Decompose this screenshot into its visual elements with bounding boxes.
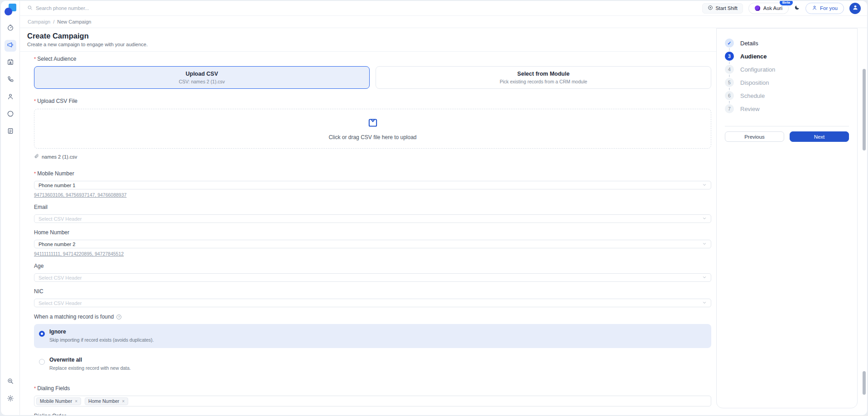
dropzone-text: Click or drag CSV file here to upload xyxy=(328,134,416,140)
breadcrumb-new-campaign: New Campaign xyxy=(57,19,91,24)
paperclip-icon xyxy=(34,154,39,160)
step-number: 5 xyxy=(725,78,734,87)
main-area: Search phone number... Start Shift Ask A… xyxy=(20,1,867,415)
document-list-icon xyxy=(7,127,14,136)
play-circle-icon xyxy=(708,5,713,11)
select-audience-label: * Select Audience xyxy=(34,56,711,62)
inbox-icon xyxy=(367,117,379,131)
contact-card-icon xyxy=(7,58,14,68)
dialing-order-label: Dialing Order xyxy=(34,413,711,415)
matching-option-overwrite[interactable]: Overwrite all Replace existing record wi… xyxy=(34,352,711,376)
sidebar-item-status[interactable] xyxy=(5,109,16,121)
upload-csv-file-label: * Upload CSV File xyxy=(34,98,711,104)
chevron-down-icon xyxy=(702,216,707,222)
sidebar-item-campaigns[interactable] xyxy=(5,40,16,52)
scrollbar-thumb[interactable] xyxy=(863,371,866,395)
scrollbar-thumb[interactable] xyxy=(863,69,866,150)
sidebar-item-lookup[interactable] xyxy=(5,376,16,388)
steps-divider xyxy=(725,126,849,126)
steps-card: ✓ Details 3 Audience 4 Configuration xyxy=(716,28,858,408)
for-you-button[interactable]: For you xyxy=(805,3,844,14)
sidebar-item-settings[interactable] xyxy=(5,393,16,405)
user-avatar[interactable] xyxy=(849,3,861,14)
chevron-down-icon xyxy=(702,300,707,306)
search-icon xyxy=(27,5,33,11)
step-details[interactable]: ✓ Details xyxy=(725,39,849,48)
gear-icon xyxy=(7,395,14,404)
search-input[interactable]: Search phone number... xyxy=(27,5,89,11)
topbar: Search phone number... Start Shift Ask A… xyxy=(20,1,867,16)
home-number-select[interactable]: Phone number 2 xyxy=(34,240,711,248)
sidebar-item-dashboard[interactable] xyxy=(5,23,16,34)
step-configuration[interactable]: 4 Configuration xyxy=(725,65,849,74)
home-number-label: Home Number xyxy=(34,229,711,236)
avatar-person-icon xyxy=(852,4,858,12)
step-connector xyxy=(729,62,849,64)
campaign-form: * Select Audience Upload CSV CSV: names … xyxy=(20,52,716,415)
step-disposition[interactable]: 5 Disposition xyxy=(725,78,849,87)
step-connector xyxy=(729,88,849,90)
start-shift-button[interactable]: Start Shift xyxy=(702,3,743,14)
dialing-fields-label: * Dialing Fields xyxy=(34,385,711,392)
age-label: Age xyxy=(34,263,711,269)
help-icon[interactable]: ? xyxy=(116,314,121,319)
breadcrumb-separator: / xyxy=(53,19,54,24)
nic-select[interactable]: Select CSV Header xyxy=(34,299,711,307)
home-sample-values[interactable]: 94111111111, 94714220895, 94727845512 xyxy=(34,251,711,256)
nic-label: NIC xyxy=(34,288,711,295)
steps-panel: ✓ Details 3 Audience 4 Configuration xyxy=(716,28,867,415)
age-select[interactable]: Select CSV Header xyxy=(34,273,711,282)
chip-mobile-number: Mobile Number × xyxy=(36,397,81,405)
csv-dropzone[interactable]: Click or drag CSV file here to upload xyxy=(34,109,711,149)
ask-auri-button[interactable]: Ask Auri Beta xyxy=(748,3,789,14)
phone-icon xyxy=(7,76,14,85)
step-schedule[interactable]: 6 Schedule xyxy=(725,91,849,100)
app-logo[interactable] xyxy=(5,4,16,15)
circle-icon xyxy=(7,110,14,119)
logo-dot xyxy=(5,8,12,15)
chevron-down-icon xyxy=(702,183,707,188)
email-select[interactable]: Select CSV Header xyxy=(34,214,711,223)
mobile-sample-values[interactable]: 94713603106, 94756937147, 94766088937 xyxy=(34,192,711,198)
sidebar-item-calls[interactable] xyxy=(5,74,16,86)
mobile-number-label: * Mobile Number xyxy=(34,170,711,177)
chip-home-number: Home Number × xyxy=(85,397,128,405)
step-review[interactable]: 7 Review xyxy=(725,104,849,113)
attached-file-name: names 2 (1).csv xyxy=(42,154,77,160)
chip-remove-icon[interactable]: × xyxy=(75,399,77,404)
dialing-fields-select[interactable]: Mobile Number × Home Number × xyxy=(34,396,711,406)
step-audience[interactable]: 3 Audience xyxy=(725,52,849,61)
step-connector xyxy=(729,75,849,77)
person-outline-icon xyxy=(812,5,817,11)
megaphone-icon xyxy=(7,41,14,50)
page-title: Create Campaign xyxy=(27,32,709,40)
step-number: 6 xyxy=(725,91,734,100)
page-subtitle: Create a new campaign to engage with you… xyxy=(27,42,709,47)
email-label: Email xyxy=(34,204,711,210)
sidebar-item-reports[interactable] xyxy=(5,126,16,138)
chevron-down-icon xyxy=(702,275,707,281)
magnifier-icon xyxy=(7,377,14,387)
attached-file[interactable]: names 2 (1).csv xyxy=(34,154,711,160)
chip-remove-icon[interactable]: × xyxy=(122,399,125,404)
dark-mode-toggle[interactable] xyxy=(794,4,800,12)
next-button[interactable]: Next xyxy=(790,131,849,142)
auri-blob-icon xyxy=(755,5,760,11)
upload-csv-option[interactable]: Upload CSV CSV: names 2 (1).csv xyxy=(34,66,370,89)
breadcrumb-campaign[interactable]: Campaign xyxy=(28,19,50,24)
matching-option-ignore[interactable]: Ignore Skip importing if record exists (… xyxy=(34,324,711,348)
check-icon: ✓ xyxy=(725,39,734,48)
search-placeholder: Search phone number... xyxy=(36,5,89,11)
select-from-module-option[interactable]: Select from Module Pick existing records… xyxy=(376,66,711,89)
breadcrumb: Campaign / New Campaign xyxy=(20,16,867,28)
page-header: Create Campaign Create a new campaign to… xyxy=(20,28,716,52)
step-connector xyxy=(729,48,849,51)
step-connector xyxy=(729,101,849,103)
sidebar-item-contacts[interactable] xyxy=(5,57,16,69)
previous-button[interactable]: Previous xyxy=(725,131,784,142)
moon-icon xyxy=(794,4,800,12)
step-number: 3 xyxy=(725,52,734,61)
mobile-number-select[interactable]: Phone number 1 xyxy=(34,181,711,189)
sidebar-item-agents[interactable] xyxy=(5,92,16,103)
radio-selected-icon xyxy=(39,331,45,337)
